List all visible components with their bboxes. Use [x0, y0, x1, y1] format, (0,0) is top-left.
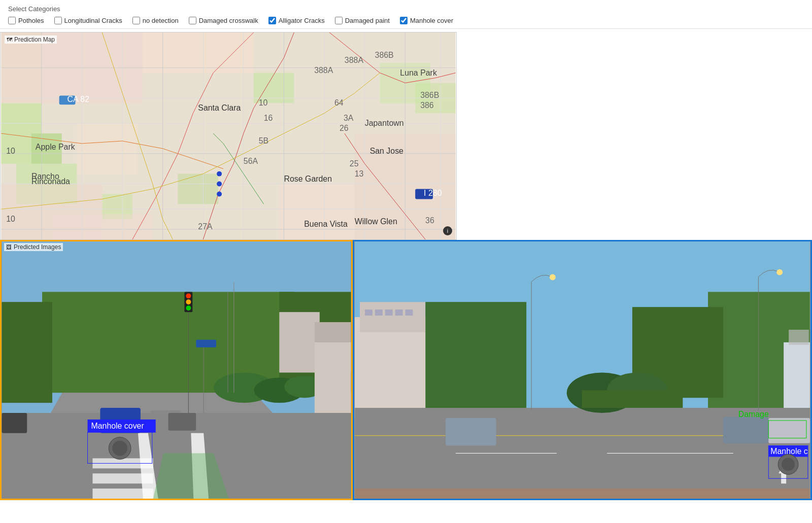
- main-content: 🗺 Prediction Map: [0, 29, 812, 500]
- svg-rect-117: [405, 309, 413, 316]
- category-item-manhole-cover[interactable]: Manhole cover: [400, 17, 453, 24]
- map-info-icon[interactable]: i: [443, 226, 452, 235]
- map-section[interactable]: 🗺 Prediction Map: [0, 32, 457, 240]
- svg-text:3A: 3A: [344, 114, 354, 122]
- checkbox-no-detection[interactable]: [132, 17, 140, 24]
- predicted-images-label: 🖼 Predicted Images: [4, 243, 63, 251]
- svg-text:Damage: Damage: [738, 410, 769, 419]
- svg-text:Rose Garden: Rose Garden: [284, 175, 332, 183]
- images-section: 🖼 Predicted Images: [0, 240, 812, 500]
- checkbox-damaged-crosswalk[interactable]: [189, 17, 196, 24]
- svg-text:CA 82: CA 82: [67, 95, 89, 103]
- svg-text:386B: 386B: [420, 91, 439, 99]
- svg-text:386B: 386B: [375, 51, 394, 59]
- svg-point-94: [186, 293, 191, 298]
- svg-text:Santa Clara: Santa Clara: [198, 103, 241, 112]
- label-longitudinal-cracks: Longitudinal Cracks: [64, 17, 122, 24]
- svg-point-95: [186, 299, 191, 304]
- category-item-damaged-crosswalk[interactable]: Damaged crosswalk: [189, 17, 258, 24]
- svg-point-107: [112, 441, 127, 456]
- svg-text:5B: 5B: [259, 136, 268, 145]
- checkbox-alligator-cracks[interactable]: [268, 17, 276, 24]
- svg-rect-116: [395, 309, 403, 316]
- svg-point-37: [217, 191, 222, 196]
- svg-rect-91: [2, 413, 27, 433]
- category-item-potholes[interactable]: Potholes: [8, 17, 44, 24]
- svg-text:Apple Park: Apple Park: [36, 143, 75, 151]
- svg-text:16: 16: [264, 114, 273, 122]
- category-item-alligator-cracks[interactable]: Alligator Cracks: [268, 17, 325, 24]
- svg-rect-75: [2, 302, 52, 403]
- map-svg[interactable]: I 280 CA 82 Santa Clara Rose Garden San …: [1, 32, 456, 239]
- svg-text:Rinconada: Rinconada: [31, 177, 70, 186]
- left-scene-svg: Manhole cover: [2, 241, 351, 499]
- svg-rect-15: [279, 184, 355, 239]
- categories-row: PotholesLongitudinal Cracksno detectionD…: [8, 17, 804, 24]
- svg-text:27A: 27A: [198, 222, 213, 231]
- svg-rect-133: [768, 418, 810, 443]
- svg-text:Buena Vista: Buena Vista: [304, 220, 348, 228]
- svg-rect-102: [315, 342, 351, 413]
- svg-point-129: [550, 274, 556, 281]
- category-item-no-detection[interactable]: no detection: [132, 17, 179, 24]
- svg-text:64: 64: [334, 98, 344, 107]
- svg-point-130: [776, 269, 783, 275]
- select-categories-label: Select Categories: [8, 5, 804, 13]
- checkbox-longitudinal-cracks[interactable]: [54, 17, 62, 24]
- svg-text:25: 25: [350, 159, 359, 168]
- category-item-damaged-paint[interactable]: Damaged paint: [335, 17, 390, 24]
- svg-text:13: 13: [355, 169, 364, 178]
- svg-point-35: [217, 171, 222, 177]
- category-item-longitudinal-cracks[interactable]: Longitudinal Cracks: [54, 17, 122, 24]
- left-image-panel[interactable]: Manhole cover: [0, 240, 353, 500]
- svg-rect-118: [425, 302, 526, 413]
- svg-rect-115: [385, 309, 393, 316]
- label-potholes: Potholes: [18, 17, 44, 24]
- svg-rect-113: [365, 309, 373, 316]
- svg-rect-114: [375, 309, 383, 316]
- svg-text:10: 10: [6, 147, 15, 155]
- svg-text:386: 386: [420, 101, 434, 110]
- svg-rect-86: [92, 473, 153, 483]
- svg-rect-16: [52, 214, 153, 239]
- svg-rect-87: [92, 489, 153, 499]
- label-no-detection: no detection: [143, 17, 179, 24]
- svg-rect-111: [355, 317, 430, 418]
- svg-rect-131: [446, 418, 496, 446]
- svg-rect-77: [279, 312, 320, 372]
- svg-text:388A: 388A: [314, 66, 333, 75]
- svg-point-145: [782, 458, 795, 471]
- checkbox-manhole-cover[interactable]: [400, 17, 408, 24]
- svg-rect-132: [723, 417, 768, 443]
- svg-rect-90: [168, 413, 196, 431]
- svg-rect-11: [143, 32, 254, 73]
- checkbox-potholes[interactable]: [8, 17, 16, 24]
- right-scene-svg: Damage Manhole c: [354, 241, 810, 499]
- checkbox-damaged-paint[interactable]: [335, 17, 343, 24]
- label-damaged-crosswalk: Damaged crosswalk: [199, 17, 258, 24]
- label-alligator-cracks: Alligator Cracks: [279, 17, 325, 24]
- svg-rect-136: [784, 342, 810, 408]
- svg-text:Manhole cover: Manhole cover: [91, 422, 144, 430]
- svg-text:Manhole c: Manhole c: [770, 447, 807, 456]
- svg-text:26: 26: [340, 124, 349, 132]
- svg-text:San Jose: San Jose: [370, 147, 403, 155]
- svg-text:10: 10: [6, 215, 15, 223]
- svg-text:10: 10: [259, 98, 268, 107]
- svg-text:I 280: I 280: [424, 189, 442, 197]
- svg-rect-98: [196, 340, 216, 347]
- map-label: 🗺 Prediction Map: [5, 36, 57, 44]
- label-damaged-paint: Damaged paint: [345, 17, 390, 24]
- svg-rect-13: [77, 123, 137, 174]
- svg-text:36: 36: [425, 216, 434, 225]
- right-image-panel[interactable]: Damage Manhole c: [353, 240, 812, 500]
- svg-text:388A: 388A: [345, 56, 364, 64]
- svg-point-36: [217, 182, 222, 187]
- svg-text:56A: 56A: [244, 157, 258, 165]
- svg-rect-137: [789, 330, 809, 345]
- svg-rect-112: [360, 302, 425, 332]
- svg-rect-146: [355, 489, 810, 499]
- svg-text:Luna Park: Luna Park: [400, 68, 437, 77]
- label-manhole-cover: Manhole cover: [410, 17, 453, 24]
- svg-rect-138: [582, 390, 683, 408]
